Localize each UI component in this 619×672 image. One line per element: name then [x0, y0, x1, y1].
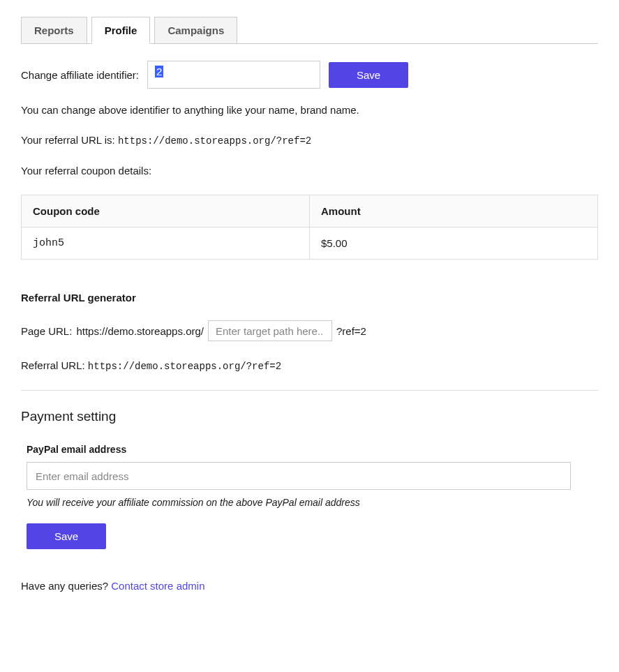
paypal-helper: You will receive your affiliate commissi…: [27, 497, 598, 508]
queries-label: Have any queries?: [21, 580, 111, 592]
paypal-label: PayPal email address: [27, 444, 598, 455]
tab-reports[interactable]: Reports: [21, 17, 87, 44]
coupon-table: Coupon code Amount john5 $5.00: [21, 195, 598, 260]
url-generator-row: Page URL: https://demo.storeapps.org/ ?r…: [21, 320, 598, 341]
referral-url-label: Your referral URL is:: [21, 134, 118, 146]
col-coupon-code: Coupon code: [22, 195, 310, 227]
generated-referral-label: Referral URL:: [21, 359, 88, 371]
identifier-row: Change affiliate identifier: 2 Save: [21, 61, 598, 89]
cell-amount: $5.00: [310, 227, 598, 260]
payment-save-button[interactable]: Save: [27, 523, 106, 549]
page-url-label: Page URL:: [21, 325, 72, 337]
url-generator-title: Referral URL generator: [21, 292, 598, 304]
tabs: Reports Profile Campaigns: [21, 17, 598, 44]
coupon-details-label: Your referral coupon details:: [21, 165, 598, 177]
page-url-base: https://demo.storeapps.org/: [76, 325, 204, 337]
identifier-label: Change affiliate identifier:: [21, 69, 139, 81]
identifier-save-button[interactable]: Save: [329, 62, 408, 88]
identifier-hint: You can change above identifier to anyth…: [21, 104, 598, 116]
contact-admin-link[interactable]: Contact store admin: [111, 580, 204, 592]
tab-profile[interactable]: Profile: [91, 17, 151, 44]
payment-heading: Payment setting: [21, 409, 598, 424]
cell-coupon-code: john5: [22, 227, 310, 260]
generated-referral-row: Referral URL: https://demo.storeapps.org…: [21, 359, 598, 372]
queries-row: Have any queries? Contact store admin: [21, 580, 598, 592]
referral-url-row: Your referral URL is: https://demo.store…: [21, 134, 598, 147]
payment-form: PayPal email address You will receive yo…: [21, 444, 598, 549]
referral-url-value: https://demo.storeapps.org/?ref=2: [118, 135, 311, 147]
identifier-input[interactable]: 2: [147, 61, 320, 89]
col-amount: Amount: [310, 195, 598, 227]
table-row: john5 $5.00: [22, 227, 598, 260]
tab-campaigns[interactable]: Campaigns: [154, 17, 237, 44]
generated-referral-value: https://demo.storeapps.org/?ref=2: [88, 361, 281, 372]
target-path-input[interactable]: [208, 320, 332, 341]
page-url-suffix: ?ref=2: [336, 325, 366, 337]
divider: [21, 390, 598, 391]
table-header-row: Coupon code Amount: [22, 195, 598, 227]
paypal-email-input[interactable]: [27, 462, 571, 490]
identifier-value: 2: [155, 66, 163, 77]
